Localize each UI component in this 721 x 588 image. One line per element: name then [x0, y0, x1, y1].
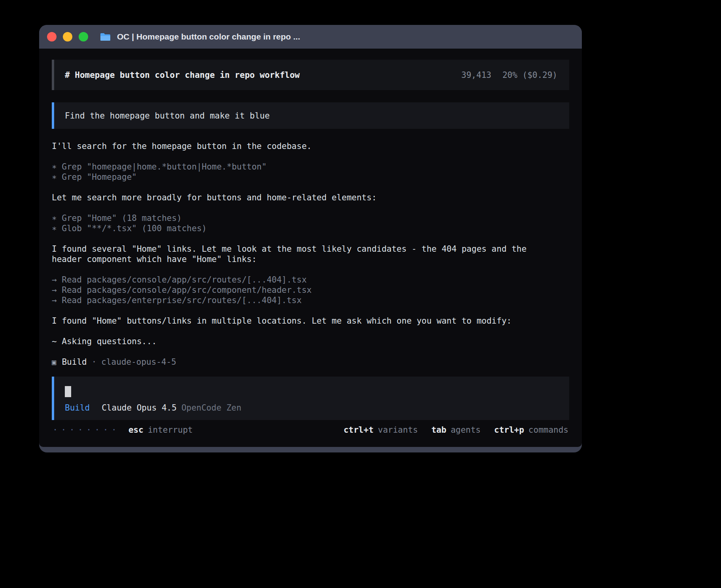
status-asking-questions: ~ Asking questions...	[52, 336, 546, 347]
tool-call-grep: ∗ Grep "Homepage"	[52, 172, 546, 182]
shortcut-agents: tab agents	[431, 425, 481, 435]
tool-call-read: → Read packages/console/app/src/routes/[…	[52, 275, 546, 285]
spinner-icon: ········	[53, 425, 120, 435]
token-count: 39,413	[461, 70, 491, 80]
shortcut-commands: ctrl+p commands	[494, 425, 568, 435]
assistant-text: Let me search more broadly for buttons a…	[52, 192, 546, 203]
tool-call-grep: ∗ Grep "Home" (18 matches)	[52, 213, 546, 223]
assistant-transcript: I'll search for the homepage button in t…	[52, 141, 569, 367]
agent-status-line: ▣ Build · claude-opus-4-5	[52, 357, 546, 367]
window-titlebar: OC | Homepage button color change in rep…	[39, 25, 582, 49]
agent-icon: ▣	[52, 357, 56, 367]
zoom-window-button[interactable]	[79, 32, 88, 41]
active-model[interactable]: Claude Opus 4.5	[102, 403, 177, 413]
tool-call-read: → Read packages/console/app/src/componen…	[52, 285, 546, 295]
assistant-text: I found "Home" buttons/links in multiple…	[52, 316, 546, 326]
agent-model: claude-opus-4-5	[101, 357, 176, 367]
tool-call-glob: ∗ Glob "**/*.tsx" (100 matches)	[52, 223, 546, 234]
window-title: OC | Homepage button color change in rep…	[117, 32, 300, 41]
text-cursor	[65, 386, 71, 397]
active-agent[interactable]: Build	[65, 403, 90, 413]
model-provider: OpenCode Zen	[181, 403, 242, 413]
session-title: # Homepage button color change in repo w…	[65, 70, 300, 80]
shortcut-interrupt: esc interrupt	[128, 425, 193, 435]
minimize-window-button[interactable]	[63, 32, 72, 41]
close-window-button[interactable]	[47, 32, 57, 41]
user-message: Find the homepage button and make it blu…	[52, 102, 569, 129]
folder-icon	[100, 33, 111, 41]
tool-call-read: → Read packages/enterprise/src/routes/[.…	[52, 295, 546, 305]
tool-call-grep: ∗ Grep "homepage|home.*button|Home.*butt…	[52, 162, 546, 172]
agent-separator: ·	[92, 357, 97, 367]
assistant-text: I'll search for the homepage button in t…	[52, 141, 546, 151]
session-stats: 39,413 20% ($0.29)	[461, 70, 557, 80]
prompt-input[interactable]: Build Claude Opus 4.5 OpenCode Zen	[52, 377, 569, 420]
assistant-text: I found several "Home" links. Let me loo…	[52, 244, 546, 264]
context-usage: 20% ($0.29)	[502, 70, 557, 80]
terminal-window: OC | Homepage button color change in rep…	[39, 25, 582, 452]
session-header: # Homepage button color change in repo w…	[52, 60, 569, 90]
input-status-line: Build Claude Opus 4.5 OpenCode Zen	[65, 403, 559, 413]
status-bar: ········ esc interrupt ctrl+t variants t…	[52, 425, 569, 435]
agent-name: Build	[62, 357, 87, 367]
terminal-content: # Homepage button color change in repo w…	[39, 49, 582, 447]
shortcut-variants: ctrl+t variants	[344, 425, 418, 435]
user-message-text: Find the homepage button and make it blu…	[65, 111, 270, 121]
traffic-lights	[47, 32, 88, 41]
